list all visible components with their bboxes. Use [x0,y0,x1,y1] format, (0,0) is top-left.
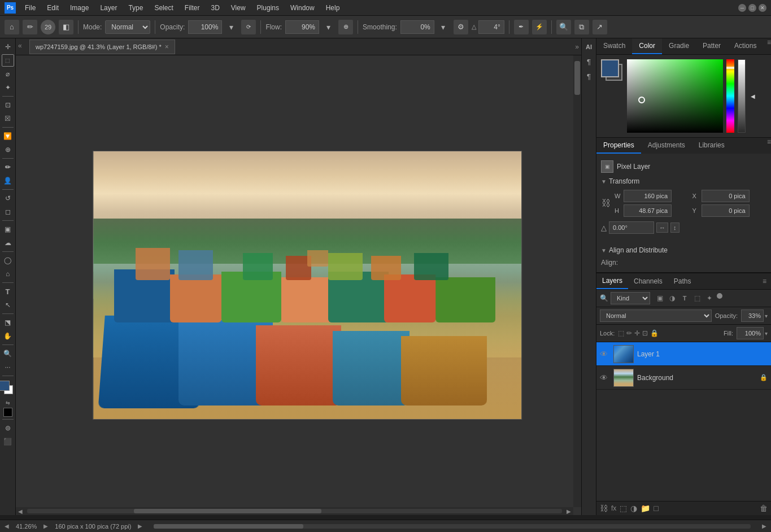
alpha-slider[interactable] [738,59,746,133]
magic-wand-tool[interactable]: ✦ [2,81,14,94]
shape-filter-icon[interactable]: ⬚ [692,293,702,303]
tab-layers[interactable]: Layers [596,273,628,289]
scroll-end-arrow[interactable]: ▶ [762,523,766,529]
default-colors[interactable] [3,408,12,417]
brush-paint-tool[interactable]: ✏ [2,161,14,173]
menu-select[interactable]: Select [150,3,177,13]
layer-effects-icon[interactable]: fx [611,504,616,512]
add-mask-icon[interactable]: ⬚ [620,504,627,513]
transform-section-header[interactable]: ▼ Transform [601,175,766,187]
lock-position-icon[interactable]: ✏ [626,329,632,337]
panel-menu-icon[interactable]: ≡ [767,38,771,54]
menu-help[interactable]: Help [321,3,345,13]
home-button[interactable]: ⌂ [5,20,19,34]
horizontal-scrollbar[interactable]: ◀ ▶ [16,507,573,515]
hue-slider[interactable] [726,59,734,133]
move-tool[interactable]: ✛ [2,41,14,53]
tab-adjustments[interactable]: Adjustments [641,138,692,154]
dodge-tool[interactable]: ◯ [2,254,14,267]
hue-arrow[interactable]: ◀ [749,59,757,133]
history-brush-tool[interactable]: ↺ [2,192,14,204]
ai-icon[interactable]: AI [583,41,595,53]
menu-view[interactable]: View [226,3,250,13]
fill-dropdown-arrow[interactable]: ▾ [765,330,768,337]
eyedropper-tool[interactable]: 🔽 [2,130,14,142]
blend-mode-dropdown[interactable]: Normal [600,309,712,322]
screen-mode-tool[interactable]: ⬛ [2,435,14,448]
link-proportions-icon[interactable]: ⛓ [601,198,611,208]
opacity-input[interactable] [188,20,222,34]
pixel-filter-icon[interactable]: ▣ [655,293,665,303]
document-tab-close[interactable]: × [165,43,169,51]
menu-window[interactable]: Window [286,3,319,13]
layer-item-background[interactable]: 👁 Background 🔒 [596,366,771,390]
scroll-right-arrow[interactable]: ▶ [564,508,573,514]
menu-filter[interactable]: Filter [180,3,204,13]
angle-input[interactable] [478,20,504,34]
layer-item-1[interactable]: 👁 Layer 1 [596,342,771,366]
quick-mask-tool[interactable]: ⊚ [2,422,14,434]
adjustment-filter-icon[interactable]: ◑ [667,293,677,303]
horizontal-scroll-thumb[interactable] [134,509,321,513]
brush-size-picker[interactable]: 29 [41,20,55,34]
circle-filter-icon[interactable] [717,293,722,299]
flow-arrow[interactable]: ▾ [321,20,335,34]
tab-pattern[interactable]: Patter [696,38,728,54]
crop-tool[interactable]: ⊡ [2,99,14,111]
canvas-area[interactable]: ◀ ▶ [16,55,581,515]
text-align-icon[interactable]: ¶ [583,55,595,68]
flip-h-button[interactable]: ↔ [656,223,668,233]
document-tab[interactable]: wp7247159.jpg @ 41.3% (Layer 1, RGB/8#) … [29,40,175,54]
lock-pixels-icon[interactable]: ⬚ [618,329,624,337]
symmetry-button[interactable]: ⚡ [532,20,547,34]
fill-layer-icon[interactable]: ◑ [630,504,637,513]
paragraph-icon[interactable]: ¶ [583,70,595,82]
tab-swatch[interactable]: Swatch [596,38,632,54]
flip-v-button[interactable]: ↕ [670,223,679,233]
opacity-dropdown-arrow[interactable]: ▾ [765,313,768,319]
settings-button[interactable]: ⚙ [454,20,468,34]
mode-dropdown[interactable]: Normal [105,20,150,34]
tab-channels[interactable]: Channels [628,274,668,289]
status-expand-arrow[interactable]: ▶ [138,523,142,529]
select-tool[interactable]: ⬚ [2,54,14,67]
y-input[interactable] [702,204,750,217]
tab-paths[interactable]: Paths [668,274,697,289]
scroll-left-arrow[interactable]: ◀ [16,508,25,514]
status-right-arrow[interactable]: ▶ [43,523,48,529]
color-gradient-picker[interactable] [627,59,723,133]
smoothing-input[interactable] [400,20,434,34]
vertical-scroll-thumb[interactable] [574,61,580,95]
view-button[interactable]: ⧉ [574,20,589,34]
tab-color[interactable]: Color [632,38,662,54]
shape-tool[interactable]: ⬔ [2,316,14,329]
menu-file[interactable]: File [20,3,40,13]
menu-3d[interactable]: 3D [206,3,224,13]
smart-filter-icon[interactable]: ✦ [704,293,715,303]
pen-tool[interactable]: ⌂ [2,268,14,280]
type-filter-icon[interactable]: T [679,293,690,303]
airbrush-button[interactable]: ⊕ [338,20,353,34]
eraser-tool[interactable]: ◻ [2,206,14,218]
search-button[interactable]: 🔍 [556,20,571,34]
tab-gradient[interactable]: Gradie [662,38,696,54]
layer-1-visibility[interactable]: 👁 [600,350,610,359]
export-button[interactable]: ↗ [593,20,607,34]
stylus-button[interactable]: ✒ [514,20,529,34]
opacity-arrow[interactable]: ▾ [224,20,238,34]
flow-input[interactable] [285,20,319,34]
zoom-tool[interactable]: 🔍 [2,347,14,360]
foreground-color[interactable] [0,381,10,391]
pressure-button[interactable]: ⟳ [241,20,256,34]
tab-actions[interactable]: Actions [728,38,763,54]
lock-artboards-icon[interactable]: ✛ [634,329,640,337]
smudge-tool[interactable]: ☁ [2,237,14,249]
tab-properties[interactable]: Properties [596,138,641,154]
smoothing-arrow[interactable]: ▾ [437,20,450,34]
path-selection-tool[interactable]: ↖ [2,299,14,311]
hand-tool[interactable]: ✋ [2,330,14,342]
lasso-tool[interactable]: ⌀ [2,68,14,80]
align-section-header[interactable]: ▼ Align and Distribute [601,244,766,256]
new-group-icon[interactable]: 📁 [641,504,650,513]
delete-layer-icon[interactable]: 🗑 [760,504,768,513]
